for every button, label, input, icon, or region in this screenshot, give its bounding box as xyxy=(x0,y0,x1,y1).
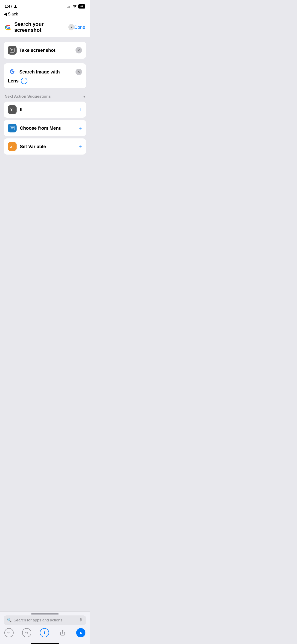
done-button[interactable]: Done xyxy=(74,25,85,30)
suggestion-choose-from-menu[interactable]: Choose from Menu + xyxy=(4,120,86,136)
status-icons: 82 xyxy=(67,4,85,8)
google-logo xyxy=(4,23,12,31)
status-time: 1:47 xyxy=(4,4,17,9)
suggestion-menu-left: Choose from Menu xyxy=(8,124,62,132)
battery-indicator: 82 xyxy=(78,4,85,8)
signal-bar-3 xyxy=(70,6,70,8)
connector-line xyxy=(45,60,45,62)
content-area: Take screenshot ✕ Search Image with ✕ Le… xyxy=(0,37,90,162)
lens-label: Lens xyxy=(8,78,19,84)
suggestion-set-variable[interactable]: x Set Variable + xyxy=(4,138,86,154)
section-header[interactable]: Next Action Suggestions ▾ xyxy=(4,90,86,102)
dropdown-button[interactable]: ▾ xyxy=(68,24,74,30)
choose-from-menu-label: Choose from Menu xyxy=(20,126,62,131)
battery-level: 82 xyxy=(80,5,83,8)
suggestion-if-left: Y If xyxy=(8,105,22,114)
suggestion-if[interactable]: Y If + xyxy=(4,102,86,118)
back-app-label: Slack xyxy=(8,12,18,16)
signal-bar-4 xyxy=(71,5,71,8)
lens-card-header: Search Image with ✕ xyxy=(8,68,82,76)
chevron-down-icon: ▾ xyxy=(71,26,72,29)
svg-text:Y: Y xyxy=(10,108,13,112)
signal-bar-2 xyxy=(68,6,69,8)
status-bar: 1:47 82 xyxy=(0,0,90,12)
svg-point-4 xyxy=(12,50,13,51)
wifi-icon xyxy=(73,5,77,8)
section-title: Next Action Suggestions xyxy=(4,94,51,99)
variable-icon: x xyxy=(8,142,16,151)
card-title-row: Take screenshot xyxy=(8,46,76,54)
add-if-button[interactable]: + xyxy=(78,106,82,113)
lens-title-row: Search Image with xyxy=(8,68,76,76)
take-screenshot-close-button[interactable]: ✕ xyxy=(76,47,82,54)
set-variable-label: Set Variable xyxy=(20,144,46,149)
screenshot-icon-svg xyxy=(10,48,15,53)
lens-bottom-row: Lens › xyxy=(8,78,28,84)
back-arrow-icon: ◀ xyxy=(4,12,7,16)
search-image-lens-card[interactable]: Search Image with ✕ Lens › xyxy=(4,63,86,88)
signal-bar-1 xyxy=(67,7,68,8)
close-icon: ✕ xyxy=(77,48,80,52)
close-icon: ✕ xyxy=(77,70,80,74)
google-lens-icon xyxy=(8,68,16,76)
menu-icon xyxy=(8,124,16,132)
add-menu-button[interactable]: + xyxy=(78,124,82,132)
person-icon xyxy=(14,5,17,8)
screenshot-icon xyxy=(8,46,16,54)
back-navigation[interactable]: ◀ Slack xyxy=(0,12,90,19)
lens-card-close-button[interactable]: ✕ xyxy=(76,69,82,75)
if-icon-svg: Y xyxy=(10,107,15,112)
svg-text:x: x xyxy=(10,145,12,148)
search-image-label: Search Image with xyxy=(19,69,60,75)
lens-arrow-button[interactable]: › xyxy=(21,78,28,84)
take-screenshot-card[interactable]: Take screenshot ✕ xyxy=(4,42,86,59)
title-left: Search your screenshot ▾ xyxy=(4,21,74,33)
menu-icon-svg xyxy=(10,126,15,130)
signal-bars xyxy=(67,5,71,8)
variable-icon-svg: x xyxy=(10,144,15,149)
take-screenshot-label: Take screenshot xyxy=(19,48,55,53)
if-icon: Y xyxy=(8,105,16,114)
add-variable-button[interactable]: + xyxy=(78,143,82,150)
if-label: If xyxy=(20,107,22,112)
section-chevron-icon: ▾ xyxy=(83,94,85,99)
suggestion-var-left: x Set Variable xyxy=(8,142,46,151)
arrow-right-icon: › xyxy=(24,79,25,83)
page-title: Search your screenshot xyxy=(14,21,66,33)
title-bar: Search your screenshot ▾ Done xyxy=(0,19,90,37)
time-display: 1:47 xyxy=(4,4,12,9)
